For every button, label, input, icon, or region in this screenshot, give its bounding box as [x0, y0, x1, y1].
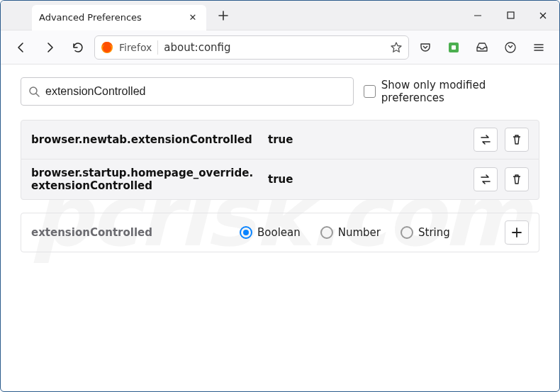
inbox-icon: [476, 41, 488, 54]
delete-button[interactable]: [505, 167, 529, 191]
pocket-icon: [419, 41, 432, 54]
pref-name: browser.newtab.extensionControlled: [31, 133, 258, 146]
pocket-button[interactable]: [413, 35, 437, 60]
pref-value: true: [268, 133, 464, 146]
arrow-left-icon: [15, 41, 28, 54]
radio-string-label: String: [418, 226, 450, 239]
inbox-button[interactable]: [470, 35, 494, 60]
trash-icon: [511, 134, 522, 145]
toggle-icon: [479, 134, 492, 145]
url-bar[interactable]: Firefox about:config: [94, 35, 409, 60]
window-controls: [461, 1, 559, 30]
account-button[interactable]: [498, 35, 522, 60]
close-tab-icon[interactable]: ✕: [186, 12, 199, 23]
urlbar-separator: [157, 40, 158, 55]
search-row: Show only modified preferences: [21, 77, 539, 106]
radio-boolean-label: Boolean: [257, 226, 301, 239]
pref-actions: [474, 167, 529, 191]
new-tab-button[interactable]: [213, 6, 233, 26]
pref-value: true: [268, 173, 464, 186]
toggle-icon: [479, 174, 492, 185]
minimize-button[interactable]: [461, 1, 494, 30]
pref-row: browser.startup.homepage_override.extens…: [21, 159, 539, 199]
show-modified-checkbox[interactable]: Show only modified preferences: [364, 79, 539, 104]
delete-button[interactable]: [505, 128, 529, 152]
toggle-button[interactable]: [474, 167, 498, 191]
titlebar: Advanced Preferences ✕: [1, 1, 559, 30]
pref-name: browser.startup.homepage_override.extens…: [31, 167, 258, 192]
star-icon: [390, 41, 403, 54]
content-area: Show only modified preferences browser.n…: [1, 65, 559, 265]
forward-button[interactable]: [38, 35, 62, 60]
maximize-button[interactable]: [494, 1, 527, 30]
show-modified-label: Show only modified preferences: [381, 79, 539, 104]
tab-title: Advanced Preferences: [39, 12, 186, 23]
add-preference-block: extensionControlled Boolean Number Strin…: [21, 213, 539, 252]
search-icon: [28, 86, 40, 97]
toggle-button[interactable]: [474, 128, 498, 152]
close-icon: [539, 11, 547, 20]
preferences-list: browser.newtab.extensionControlled true …: [21, 120, 539, 200]
radio-icon: [401, 226, 413, 239]
minimize-icon: [474, 11, 482, 20]
add-button[interactable]: [505, 220, 529, 245]
pref-actions: [474, 128, 529, 152]
reload-button[interactable]: [66, 35, 90, 60]
close-window-button[interactable]: [527, 1, 559, 30]
radio-string[interactable]: String: [401, 226, 450, 239]
maximize-icon: [507, 11, 515, 19]
svg-rect-4: [452, 45, 456, 50]
nav-toolbar: Firefox about:config: [1, 30, 559, 65]
radio-icon: [240, 226, 252, 239]
account-icon: [504, 41, 517, 54]
radio-icon: [320, 226, 333, 239]
add-row: extensionControlled Boolean Number Strin…: [21, 213, 539, 252]
svg-rect-0: [508, 12, 514, 18]
checkbox-icon: [364, 85, 376, 98]
identity-label: Firefox: [119, 42, 152, 53]
url-text: about:config: [164, 41, 384, 54]
back-button[interactable]: [9, 35, 33, 60]
pref-row: browser.newtab.extensionControlled true: [21, 121, 539, 159]
browser-tab[interactable]: Advanced Preferences ✕: [32, 5, 206, 30]
search-input[interactable]: [45, 85, 346, 98]
app-menu-button[interactable]: [527, 35, 551, 60]
radio-number-label: Number: [338, 226, 381, 239]
plus-icon: [218, 11, 228, 21]
radio-boolean[interactable]: Boolean: [240, 226, 301, 239]
search-box[interactable]: [21, 77, 354, 106]
trash-icon: [511, 174, 522, 185]
arrow-right-icon: [43, 41, 56, 54]
extension-button[interactable]: [442, 35, 466, 60]
bookmark-button[interactable]: [390, 41, 403, 54]
radio-number[interactable]: Number: [320, 226, 381, 239]
hamburger-icon: [532, 41, 545, 54]
puzzle-icon: [447, 41, 460, 54]
firefox-icon: [101, 41, 113, 54]
plus-icon: [511, 227, 522, 238]
type-radios: Boolean Number String: [240, 226, 495, 239]
add-pref-name: extensionControlled: [31, 226, 230, 239]
reload-icon: [72, 41, 84, 54]
